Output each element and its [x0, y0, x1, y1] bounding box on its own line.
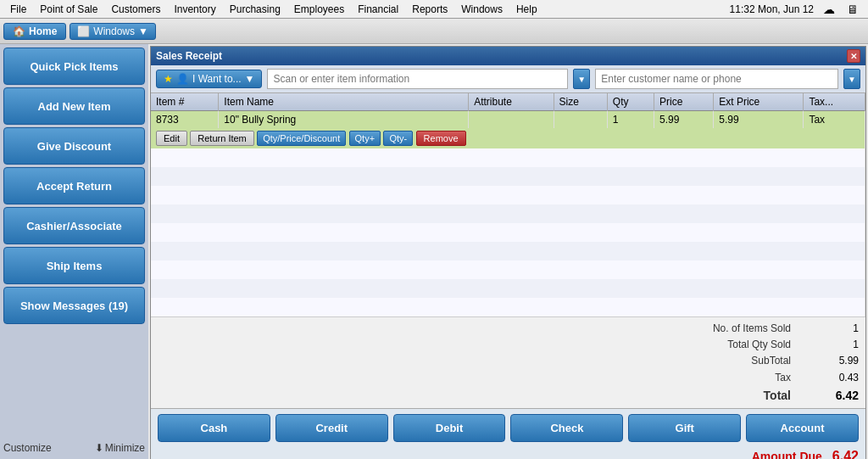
iwant-label: I Want to... — [192, 73, 242, 85]
main-layout: Quick Pick Items Add New Item Give Disco… — [0, 44, 868, 459]
cell-qty: 1 — [607, 111, 654, 129]
quick-pick-button[interactable]: Quick Pick Items — [3, 48, 145, 85]
cell-size — [554, 111, 607, 129]
search-dropdown-button[interactable]: ▼ — [573, 69, 590, 89]
empty-row — [151, 167, 865, 186]
qty-minus-button[interactable]: Qty- — [383, 131, 413, 146]
empty-row — [151, 223, 865, 242]
windows-icon: ⬜ — [77, 25, 90, 37]
check-button[interactable]: Check — [510, 414, 623, 442]
menu-windows[interactable]: Windows — [454, 2, 509, 17]
empty-row — [151, 186, 865, 204]
monitor-icon[interactable]: 🖥 — [844, 3, 861, 16]
menu-pos[interactable]: Point of Sale — [33, 2, 104, 17]
menubar: File Point of Sale Customers Inventory P… — [0, 0, 868, 19]
star-icon: ★ — [164, 73, 173, 85]
customer-search-input[interactable] — [595, 69, 838, 89]
ship-items-button[interactable]: Ship Items — [3, 247, 145, 284]
items-sold-label: No. of Items Sold — [713, 321, 791, 337]
iwant-arrow-icon: ▼ — [245, 73, 255, 85]
sidebar: Quick Pick Items Add New Item Give Disco… — [0, 44, 148, 459]
col-price: Price — [654, 93, 713, 111]
account-button[interactable]: Account — [746, 414, 859, 442]
amount-due-value: 6.42 — [832, 449, 859, 459]
customer-dropdown-button[interactable]: ▼ — [843, 69, 860, 89]
menu-file[interactable]: File — [3, 2, 33, 17]
cashier-associate-button[interactable]: Cashier/Associate — [3, 207, 145, 244]
home-label: Home — [29, 25, 57, 37]
close-button[interactable]: ✕ — [847, 49, 860, 63]
home-icon: 🏠 — [13, 25, 25, 37]
totals-qty-sold: Total Qty Sold 1 — [158, 337, 859, 353]
menu-customers[interactable]: Customers — [104, 2, 167, 17]
cell-attribute — [469, 111, 554, 129]
item-search-input[interactable] — [267, 69, 568, 89]
gift-button[interactable]: Gift — [628, 414, 741, 442]
cell-price: 5.99 — [654, 111, 713, 129]
show-messages-button[interactable]: Show Messages (19) — [3, 287, 145, 324]
col-attribute: Attribute — [469, 93, 554, 111]
empty-row — [151, 260, 865, 279]
cloud-icon[interactable]: ☁ — [821, 3, 837, 16]
total-label: Total — [764, 386, 791, 405]
add-new-item-button[interactable]: Add New Item — [3, 87, 145, 125]
receipt-toolbar: ★ 👤 I Want to... ▼ ▼ ▼ — [151, 65, 865, 93]
credit-button[interactable]: Credit — [275, 414, 388, 442]
sidebar-footer: Customize ⬇ Minimize — [3, 440, 145, 456]
accept-return-button[interactable]: Accept Return — [3, 167, 145, 204]
tax-label: Tax — [775, 370, 791, 386]
clock: 11:32 Mon, Jun 12 — [730, 3, 814, 15]
tax-value: 0.43 — [825, 370, 859, 386]
payment-area: Cash Credit Debit Check Gift Account Amo… — [151, 408, 865, 459]
toolbar: 🏠 Home ⬜ Windows ▼ — [0, 19, 868, 44]
sales-receipt-title: Sales Receipt — [156, 50, 222, 62]
qty-plus-button[interactable]: Qty+ — [349, 131, 381, 146]
menu-financial[interactable]: Financial — [351, 2, 405, 17]
edit-button[interactable]: Edit — [156, 131, 187, 146]
give-discount-button[interactable]: Give Discount — [3, 127, 145, 165]
iwant-button[interactable]: ★ 👤 I Want to... ▼ — [156, 70, 262, 88]
cash-button[interactable]: Cash — [158, 414, 270, 442]
row-action-buttons: Edit Return Item Qty/Price/Discount Qty+… — [151, 128, 865, 148]
payment-buttons: Cash Credit Debit Check Gift Account — [158, 414, 859, 442]
totals-subtotal: SubTotal 5.99 — [158, 353, 859, 369]
empty-row — [151, 242, 865, 260]
qty-sold-label: Total Qty Sold — [727, 337, 791, 353]
totals-tax: Tax 0.43 — [158, 370, 859, 386]
return-item-button[interactable]: Return Item — [190, 131, 253, 146]
debit-button[interactable]: Debit — [393, 414, 506, 442]
receipt-table-area: Item # Item Name Attribute Size Qty Pric… — [151, 93, 865, 316]
totals-total: Total 6.42 — [158, 386, 859, 405]
col-ext-price: Ext Price — [714, 93, 804, 111]
cell-item-name: 10" Bully Spring — [219, 111, 469, 129]
menu-reports[interactable]: Reports — [405, 2, 454, 17]
minimize-label: Minimize — [105, 442, 145, 454]
amount-due-label: Amount Due — [752, 450, 822, 459]
windows-button[interactable]: ⬜ Windows ▼ — [70, 23, 156, 40]
menu-help[interactable]: Help — [509, 2, 544, 17]
windows-label: Windows — [93, 25, 135, 37]
col-item-name: Item Name — [219, 93, 469, 111]
menu-inventory[interactable]: Inventory — [167, 2, 222, 17]
remove-button[interactable]: Remove — [416, 131, 466, 146]
menu-employees[interactable]: Employees — [287, 2, 351, 17]
content-area: Sales Receipt ✕ ★ 👤 I Want to... ▼ ▼ ▼ — [148, 44, 868, 459]
minimize-icon: ⬇ — [95, 442, 103, 454]
totals-area: No. of Items Sold 1 Total Qty Sold 1 Sub… — [151, 316, 865, 408]
home-button[interactable]: 🏠 Home — [3, 23, 66, 40]
amount-due-row: Amount Due 6.42 — [158, 447, 859, 459]
empty-row — [151, 148, 865, 167]
cell-ext-price: 5.99 — [714, 111, 804, 129]
col-qty: Qty — [607, 93, 654, 111]
customize-link[interactable]: Customize — [3, 442, 52, 454]
windows-arrow-icon: ▼ — [138, 25, 148, 37]
empty-row — [151, 204, 865, 223]
minimize-link[interactable]: ⬇ Minimize — [95, 442, 145, 454]
col-item-num: Item # — [151, 93, 219, 111]
menu-purchasing[interactable]: Purchasing — [223, 2, 287, 17]
qty-sold-value: 1 — [825, 337, 859, 353]
receipt-table: Item # Item Name Attribute Size Qty Pric… — [151, 93, 865, 316]
cell-tax: Tax — [804, 111, 865, 129]
qty-price-discount-button[interactable]: Qty/Price/Discount — [257, 131, 346, 146]
subtotal-value: 5.99 — [825, 353, 859, 369]
